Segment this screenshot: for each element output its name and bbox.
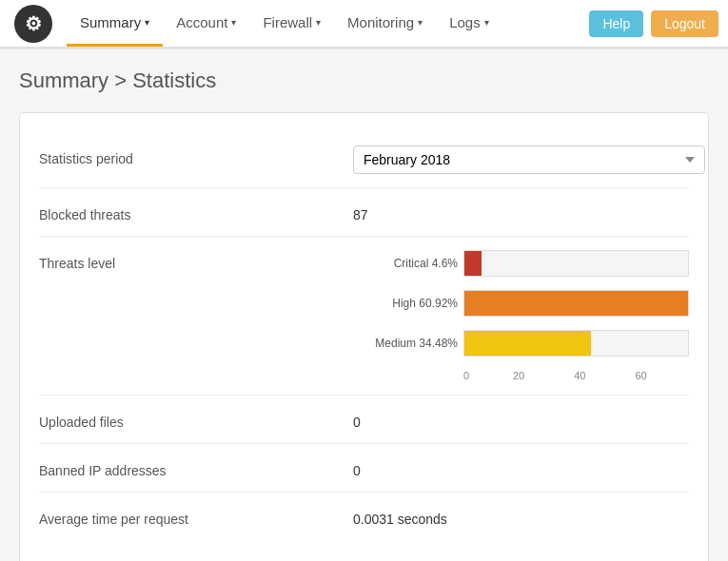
bar-critical-row: Critical 4.6% [353,250,689,277]
x-tick-40: 40 [574,370,585,381]
navbar: ⚙ Summary ▾ Account ▾ Firewall ▾ Monitor… [0,0,728,49]
avg-time-value: 0.0031 seconds [353,506,447,527]
uploaded-value: 0 [353,409,361,430]
chevron-down-icon: ▾ [484,17,489,28]
bar-high-label: High 60.92% [353,297,458,310]
chart-xaxis: 0 20 40 60 [463,370,689,381]
nav-summary-label: Summary [80,14,141,30]
nav-firewall-label: Firewall [263,14,312,30]
bar-medium-label: Medium 34.48% [353,337,458,350]
threats-row: Threats level Critical 4.6% High 60.92% [39,237,689,396]
nav-account[interactable]: Account ▾ [163,0,249,47]
bar-critical-label: Critical 4.6% [353,257,458,270]
banned-row: Banned IP addresses 0 [39,444,689,493]
help-button[interactable]: Help [589,10,643,37]
logout-button[interactable]: Logout [651,10,718,37]
chevron-down-icon: ▾ [145,17,149,28]
avg-time-label: Average time per request [39,506,353,527]
bar-critical-fill [464,251,482,276]
nav-logs-label: Logs [449,14,481,30]
brand-icon: ⚙ [14,5,52,43]
x-tick-20: 20 [513,370,524,381]
nav-summary[interactable]: Summary ▾ [67,0,163,47]
uploaded-label: Uploaded files [39,409,353,430]
period-select[interactable]: February 2018 [353,145,705,174]
threats-label: Threats level [39,250,353,271]
banned-label: Banned IP addresses [39,457,353,478]
uploaded-row: Uploaded files 0 [39,396,689,444]
bar-high-fill [464,291,688,316]
blocked-value: 87 [353,202,368,222]
banned-value: 0 [353,457,361,478]
nav-account-label: Account [176,14,227,30]
nav-buttons: Help Logout [589,10,718,37]
blocked-label: Blocked threats [39,202,353,222]
chevron-down-icon: ▾ [316,17,321,28]
nav-firewall[interactable]: Firewall ▾ [249,0,334,47]
blocked-row: Blocked threats 87 [39,188,689,237]
bar-medium-fill [464,331,591,356]
brand-logo: ⚙ [10,0,57,48]
nav-items: Summary ▾ Account ▾ Firewall ▾ Monitorin… [67,0,589,47]
bar-medium-row: Medium 34.48% [353,330,689,357]
nav-monitoring-label: Monitoring [347,14,414,30]
bar-medium-track [463,330,689,357]
period-label: Statistics period [39,145,353,166]
nav-logs[interactable]: Logs ▾ [436,0,502,47]
nav-monitoring[interactable]: Monitoring ▾ [334,0,436,47]
stats-card: Statistics period February 2018 Blocked … [19,112,709,561]
period-select-wrapper: February 2018 [353,145,705,174]
chevron-down-icon: ▾ [231,17,236,28]
avg-time-row: Average time per request 0.0031 seconds [39,493,689,540]
page-content: Summary > Statistics Statistics period F… [0,49,728,561]
page-title: Summary > Statistics [19,68,709,93]
chevron-down-icon: ▾ [418,17,423,28]
period-row: Statistics period February 2018 [39,132,689,188]
bar-high-track [463,290,689,317]
x-tick-60: 60 [636,370,647,381]
bar-critical-track [463,250,689,277]
threats-chart: Critical 4.6% High 60.92% Medium 34.48% [353,250,689,381]
bar-high-row: High 60.92% [353,290,689,317]
